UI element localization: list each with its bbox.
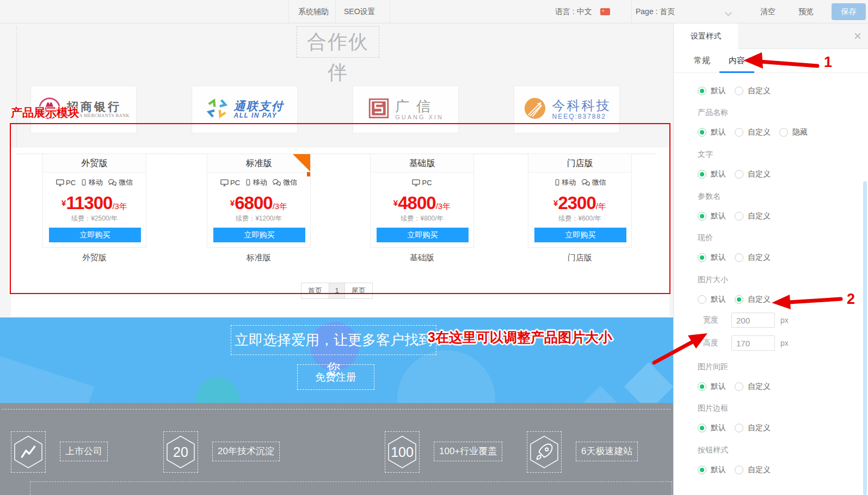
radio-icon[interactable] <box>735 253 743 262</box>
radio-icon[interactable] <box>735 295 743 304</box>
setting-group: 文字 默认 自定义 <box>698 150 779 179</box>
radio-option[interactable]: 隐藏 <box>779 127 808 137</box>
radio-icon[interactable] <box>779 128 788 137</box>
panel-scrollbar[interactable] <box>863 181 867 495</box>
save-button[interactable]: 保存 <box>832 3 866 20</box>
radio-label: 自定义 <box>748 169 771 179</box>
setting-group-title: 图片间距 <box>698 362 779 371</box>
buy-now-button[interactable]: 立即购买 <box>213 228 305 242</box>
radio-icon[interactable] <box>698 128 706 137</box>
radio-icon[interactable] <box>698 87 706 95</box>
module-selection-border <box>2 409 670 410</box>
close-icon[interactable]: ✕ <box>853 23 862 49</box>
free-register-button[interactable]: 免费注册 <box>297 364 374 390</box>
height-input[interactable] <box>731 335 775 351</box>
radio-option[interactable]: 默认 <box>698 423 726 433</box>
radio-option[interactable]: 默认 <box>698 253 726 262</box>
jinke-logo-icon <box>523 96 547 123</box>
radio-option[interactable]: 自定义 <box>735 127 771 137</box>
radio-option[interactable]: 自定义 <box>735 382 771 392</box>
pagination-item[interactable]: 尾页 <box>344 283 373 299</box>
radio-label: 自定义 <box>748 423 771 433</box>
radio-label: 自定义 <box>748 211 771 221</box>
radio-label: 隐藏 <box>792 127 808 137</box>
pagination-item[interactable]: 1 <box>329 283 345 299</box>
product-platforms: 移动 微信 <box>528 178 631 187</box>
radio-icon[interactable] <box>735 212 743 221</box>
currency-symbol: ¥ <box>230 198 235 207</box>
tab-general[interactable]: 常规 <box>685 49 719 73</box>
preview-button[interactable]: 预览 <box>798 0 814 23</box>
stat-item: 上市公司 <box>11 431 108 473</box>
radio-option[interactable]: 默认 <box>698 295 726 304</box>
radio-option[interactable]: 自定义 <box>735 86 771 96</box>
radio-option[interactable]: 默认 <box>698 382 726 392</box>
setting-options: 默认 自定义 <box>698 253 779 262</box>
mobile-icon <box>554 179 561 186</box>
product-price: ¥6800/3年 <box>207 193 310 213</box>
wechat-icon <box>108 179 117 186</box>
buy-now-button[interactable]: 立即购买 <box>377 228 469 242</box>
stat-label: 上市公司 <box>60 442 108 461</box>
page-selector[interactable]: Page : 首页 <box>636 0 675 23</box>
radio-icon[interactable] <box>698 295 706 304</box>
radio-option[interactable]: 默认 <box>698 465 726 475</box>
setting-group: 图片边框 默认 自定义 <box>698 404 779 433</box>
radio-option[interactable]: 自定义 <box>735 253 771 262</box>
radio-label: 默认 <box>711 465 726 475</box>
radio-icon[interactable] <box>735 466 743 474</box>
partner-subtitle: GUANG XIN <box>395 114 444 120</box>
radio-option[interactable]: 默认 <box>698 86 726 96</box>
currency-symbol: ¥ <box>393 198 398 207</box>
chevron-down-icon[interactable] <box>726 10 731 15</box>
product-name-label: 标准版 <box>207 253 311 263</box>
radio-option[interactable]: 自定义 <box>735 211 771 221</box>
language-label[interactable]: 语言 : 中文 <box>555 0 592 23</box>
width-input[interactable] <box>731 313 775 328</box>
radio-icon[interactable] <box>698 170 706 179</box>
radio-icon[interactable] <box>698 212 706 221</box>
buy-now-button[interactable]: 立即购买 <box>49 228 141 242</box>
platform-item: 移动 <box>554 178 576 187</box>
partners-section-title[interactable]: 合作伙伴 <box>297 26 379 58</box>
radio-option[interactable]: 自定义 <box>735 423 771 433</box>
setting-options: 默认 自定义 <box>698 169 779 179</box>
radio-icon[interactable] <box>698 466 706 474</box>
hexagon-icon <box>11 431 46 473</box>
annotation-step3-label: 3在这里可以调整产品图片大小 <box>428 328 612 346</box>
radio-option[interactable]: 自定义 <box>735 295 771 304</box>
setting-group: 图片大小 默认 自定义 <box>698 275 779 304</box>
radio-icon[interactable] <box>735 128 743 137</box>
setting-group-title: 参数名 <box>698 192 779 200</box>
stat-label: 6天极速建站 <box>576 442 638 461</box>
radio-option[interactable]: 默认 <box>698 169 726 179</box>
toolbar-divider <box>288 0 289 23</box>
product-title: 门店版 <box>528 154 631 173</box>
menu-system-assist[interactable]: 系统辅助 <box>298 0 329 23</box>
radio-icon[interactable] <box>698 424 706 432</box>
radio-icon[interactable] <box>735 424 743 432</box>
product-title: 外贸版 <box>43 154 146 173</box>
radio-icon[interactable] <box>735 382 743 391</box>
radio-icon[interactable] <box>735 170 743 179</box>
radio-icon[interactable] <box>735 87 743 95</box>
clear-button[interactable]: 清空 <box>760 0 775 23</box>
product-price: ¥11300/3年 <box>43 193 146 213</box>
radio-option[interactable]: 默认 <box>698 211 726 221</box>
decorative-shape <box>0 350 94 403</box>
radio-icon[interactable] <box>698 253 706 262</box>
annotation-step1-number: 1 <box>824 54 832 71</box>
buy-now-button[interactable]: 立即购买 <box>534 228 626 242</box>
platform-label: 移动 <box>562 178 576 187</box>
hexagon-icon: 20 <box>163 431 198 473</box>
radio-option[interactable]: 自定义 <box>735 169 771 179</box>
pagination-item[interactable]: 首页 <box>301 283 329 299</box>
radio-icon[interactable] <box>698 382 706 391</box>
wechat-icon <box>581 179 590 186</box>
tab-content[interactable]: 内容 <box>719 49 754 73</box>
banner-title[interactable]: 立即选择爱用，让更多客户找到您 <box>231 325 436 355</box>
radio-option[interactable]: 默认 <box>698 127 726 137</box>
radio-label: 默认 <box>711 423 726 433</box>
menu-seo-settings[interactable]: SEO设置 <box>344 0 375 23</box>
radio-option[interactable]: 自定义 <box>735 465 771 475</box>
